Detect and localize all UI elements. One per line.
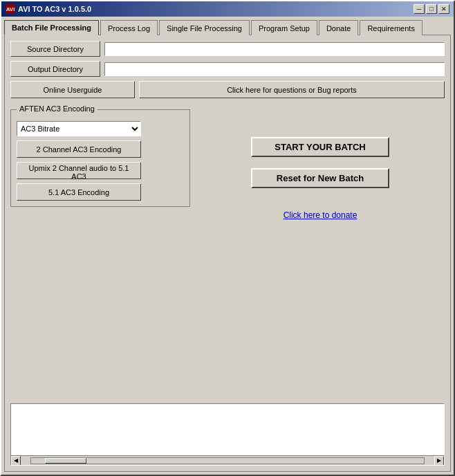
- tab-donate[interactable]: Donate: [319, 20, 358, 35]
- five-one-encoding-button[interactable]: 5.1 AC3 Encoding: [17, 183, 141, 201]
- tab-content-batch: Source Directory Output Directory Online…: [4, 35, 451, 472]
- left-panel: AFTEN AC3 Encoding AC3 Bitrate 192 224 2…: [10, 102, 190, 398]
- close-button[interactable]: ✕: [438, 4, 449, 14]
- bitrate-select[interactable]: AC3 Bitrate 192 224 256 320 384 448 640: [17, 121, 141, 136]
- window-title: AVI TO AC3 v 1.0.5.0: [18, 5, 91, 13]
- maximize-button[interactable]: □: [426, 4, 437, 14]
- window-body: Batch File Processing Process Log Single…: [1, 17, 454, 475]
- title-bar: AVI AVI TO AC3 v 1.0.5.0 ─ □ ✕: [1, 1, 454, 17]
- horizontal-scrollbar[interactable]: ◀ ▶: [11, 455, 444, 465]
- scroll-left-arrow[interactable]: ◀: [11, 456, 21, 466]
- two-channel-encoding-button[interactable]: 2 Channel AC3 Encoding: [17, 140, 141, 158]
- start-batch-button[interactable]: START YOUR BATCH: [251, 137, 389, 157]
- tab-log[interactable]: Process Log: [100, 20, 158, 35]
- reset-batch-button[interactable]: Reset for New Batch: [251, 168, 389, 188]
- tab-requirements[interactable]: Requirements: [360, 20, 422, 35]
- app-icon: AVI: [6, 4, 15, 14]
- log-textarea[interactable]: [11, 404, 444, 455]
- output-directory-row: Output Directory: [10, 61, 445, 77]
- right-panel: START YOUR BATCH Reset for New Batch Cli…: [196, 102, 445, 398]
- online-userguide-button[interactable]: Online Userguide: [10, 81, 135, 98]
- upmix-encoding-button[interactable]: Upmix 2 Channel audio to 5.1 AC3: [17, 162, 141, 179]
- tab-single[interactable]: Single File Processing: [159, 20, 250, 35]
- scrollbar-thumb[interactable]: [45, 458, 86, 464]
- main-window: AVI AVI TO AC3 v 1.0.5.0 ─ □ ✕ Batch Fil…: [0, 0, 455, 476]
- log-area-wrapper: ◀ ▶: [10, 403, 445, 466]
- source-directory-button[interactable]: Source Directory: [10, 41, 100, 57]
- scroll-right-arrow[interactable]: ▶: [434, 456, 444, 466]
- minimize-button[interactable]: ─: [414, 4, 425, 14]
- donate-link[interactable]: Click here to donate: [284, 210, 358, 220]
- output-directory-button[interactable]: Output Directory: [10, 61, 100, 77]
- output-directory-input[interactable]: [104, 62, 445, 76]
- tab-bar: Batch File Processing Process Log Single…: [4, 19, 451, 35]
- source-directory-input[interactable]: [104, 42, 445, 56]
- groupbox-legend: AFTEN AC3 Encoding: [17, 104, 98, 113]
- bitrate-row: AC3 Bitrate 192 224 256 320 384 448 640: [17, 121, 184, 136]
- bug-report-button[interactable]: Click here for questions or Bug reports: [139, 81, 445, 98]
- main-area: AFTEN AC3 Encoding AC3 Bitrate 192 224 2…: [10, 102, 445, 398]
- encoding-groupbox: AFTEN AC3 Encoding AC3 Bitrate 192 224 2…: [10, 109, 190, 207]
- utility-buttons-row: Online Userguide Click here for question…: [10, 81, 445, 98]
- tab-setup[interactable]: Program Setup: [251, 20, 317, 35]
- source-directory-row: Source Directory: [10, 41, 445, 57]
- tab-batch[interactable]: Batch File Processing: [4, 20, 99, 35]
- scrollbar-track[interactable]: [30, 457, 425, 464]
